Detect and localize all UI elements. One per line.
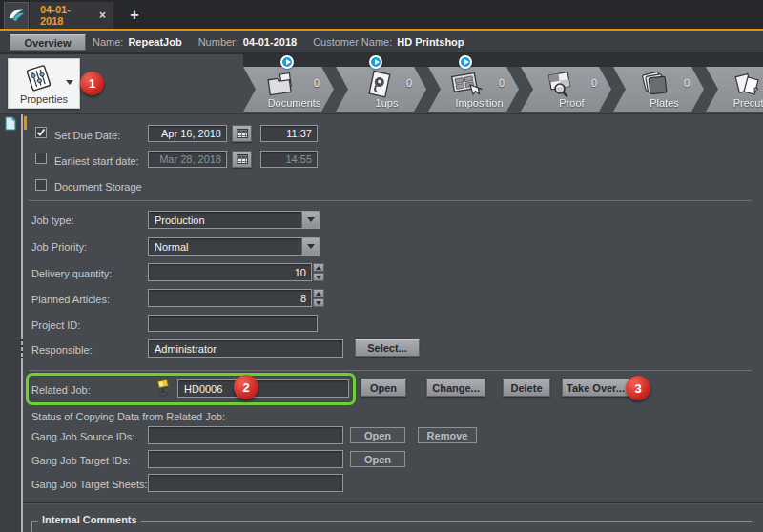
step-count: 0 xyxy=(499,77,505,89)
related-job-delete-button[interactable]: Delete xyxy=(503,379,550,397)
calendar-icon xyxy=(237,129,248,138)
delivery-quantity-stepper[interactable] xyxy=(313,263,324,281)
app-logo-tab[interactable] xyxy=(4,2,29,29)
section-separator xyxy=(29,370,752,371)
step-label: Plates xyxy=(619,97,710,109)
new-tab-button[interactable]: + xyxy=(122,3,147,28)
workflow-step-precutting[interactable]: Precutting xyxy=(706,67,763,112)
customer-label: Customer Name: xyxy=(313,36,392,48)
dropdown-arrow-icon[interactable] xyxy=(301,212,319,228)
related-job-field[interactable]: HD0006 xyxy=(177,379,349,398)
splitter-accent-mark xyxy=(24,116,27,130)
job-priority-value: Normal xyxy=(149,241,301,253)
job-type-value: Production xyxy=(149,215,301,226)
panel-splitter[interactable] xyxy=(21,114,23,532)
planned-articles-stepper[interactable] xyxy=(313,289,324,307)
annotation-badge-2: 2 xyxy=(234,375,258,399)
workflow-step-imposition[interactable]: 0 Imposition xyxy=(428,67,519,112)
stepper-up-icon[interactable] xyxy=(313,263,324,272)
workflow-strip-band xyxy=(243,54,763,67)
annotation-badge-1: 1 xyxy=(80,72,104,95)
stepper-down-icon[interactable] xyxy=(313,298,324,307)
planned-articles-field[interactable]: 8 xyxy=(148,289,312,307)
play-button-imposition[interactable] xyxy=(459,55,472,69)
tab-title: 04-01-2018 xyxy=(40,4,90,27)
step-label: 1ups xyxy=(341,97,432,109)
gang-target-sheets-label: Gang Job Target Sheets: xyxy=(31,479,148,490)
set-due-date-checkbox[interactable] xyxy=(35,127,47,138)
step-label: Precutting xyxy=(711,97,763,109)
properties-button[interactable]: Properties xyxy=(8,58,80,109)
related-job-change-button[interactable]: Change... xyxy=(426,379,485,397)
gang-target-ids-label: Gang Job Target IDs: xyxy=(31,455,131,466)
select-button[interactable]: Select... xyxy=(355,339,420,357)
earliest-time-field[interactable]: 14:55 xyxy=(260,151,318,168)
due-date-field[interactable]: Apr 16, 2018 xyxy=(148,125,227,142)
responsible-label: Responsible: xyxy=(31,344,93,356)
section-separator xyxy=(29,200,752,201)
due-time-field[interactable]: 11:37 xyxy=(260,125,318,142)
gang-source-ids-field[interactable] xyxy=(148,426,343,444)
earliest-date-calendar-button[interactable] xyxy=(232,151,252,168)
annotation-badge-3: 3 xyxy=(626,376,650,400)
application-window: 04-01-2018 × + Overview Name:RepeatJob N… xyxy=(0,0,763,532)
properties-sliders-icon xyxy=(22,62,54,96)
properties-label: Properties xyxy=(9,93,79,105)
tab-bar: 04-01-2018 × + xyxy=(0,0,763,29)
gang-source-open-button[interactable]: Open xyxy=(350,427,405,443)
left-rail xyxy=(0,114,21,532)
play-button-documents[interactable] xyxy=(280,55,294,69)
earliest-start-label: Earliest start date: xyxy=(54,155,139,167)
step-label: Documents xyxy=(249,97,340,109)
tab-job-04-01-2018[interactable]: 04-01-2018 × xyxy=(30,2,113,29)
due-date-calendar-button[interactable] xyxy=(232,125,252,142)
play-button-1ups[interactable] xyxy=(369,55,382,69)
dropdown-arrow-icon[interactable] xyxy=(301,238,319,255)
chevron-down-icon[interactable] xyxy=(66,80,73,85)
stepper-up-icon[interactable] xyxy=(313,289,324,297)
related-job-link-icon xyxy=(155,379,171,399)
workflow-step-plates[interactable]: 0 Plates xyxy=(613,67,704,112)
splitter-grip[interactable] xyxy=(21,339,23,358)
job-type-select[interactable]: Production xyxy=(148,211,320,229)
earliest-start-checkbox[interactable] xyxy=(35,153,47,164)
planned-articles-label: Planned Articles: xyxy=(31,294,110,305)
workflow-step-documents[interactable]: 0 Documents xyxy=(243,67,334,112)
step-label: Proof xyxy=(526,97,617,109)
workflow-step-1ups[interactable]: 0 1ups xyxy=(336,67,426,112)
section-separator xyxy=(23,502,763,504)
workflow-step-proof[interactable]: 0 Proof xyxy=(521,67,611,112)
tab-close-icon[interactable]: × xyxy=(99,9,106,22)
earliest-date-field[interactable]: Mar 28, 2018 xyxy=(148,151,227,168)
step-count: 0 xyxy=(314,77,320,89)
name-value: RepeatJob xyxy=(128,36,181,48)
delivery-quantity-label: Delivery quantity: xyxy=(31,268,112,279)
panel-document-icon[interactable] xyxy=(4,116,17,133)
name-label: Name: xyxy=(93,36,123,48)
calendar-icon xyxy=(237,154,248,164)
gang-target-sheets-field[interactable] xyxy=(148,474,343,492)
related-job-label: Related Job: xyxy=(31,384,91,396)
project-id-field[interactable] xyxy=(148,315,318,332)
job-priority-select[interactable]: Normal xyxy=(148,237,320,256)
delivery-quantity-field[interactable]: 10 xyxy=(148,263,312,281)
number-label: Number: xyxy=(198,36,238,48)
step-count: 0 xyxy=(591,77,597,89)
responsible-field[interactable]: Administrator xyxy=(148,339,343,358)
overview-button[interactable]: Overview xyxy=(10,34,86,51)
stepper-down-icon[interactable] xyxy=(313,273,324,281)
gang-source-remove-button[interactable]: Remove xyxy=(418,427,477,443)
take-over-button[interactable]: Take Over... xyxy=(562,379,629,397)
set-due-date-label: Set Due Date: xyxy=(54,130,120,141)
gang-target-open-button[interactable]: Open xyxy=(350,451,405,467)
customer-value: HD Printshop xyxy=(397,36,464,48)
internal-comments-group: Internal Comments xyxy=(31,521,752,532)
document-storage-checkbox[interactable] xyxy=(35,179,47,191)
related-job-open-button[interactable]: Open xyxy=(361,379,406,397)
toolbar: Properties 1 0 Documents xyxy=(0,54,763,114)
app-logo-icon xyxy=(8,7,25,26)
job-type-label: Job type: xyxy=(31,215,74,226)
job-header: Overview Name:RepeatJob Number:04-01-201… xyxy=(0,31,763,54)
gang-target-ids-field[interactable] xyxy=(148,450,343,468)
step-count: 0 xyxy=(684,77,690,89)
